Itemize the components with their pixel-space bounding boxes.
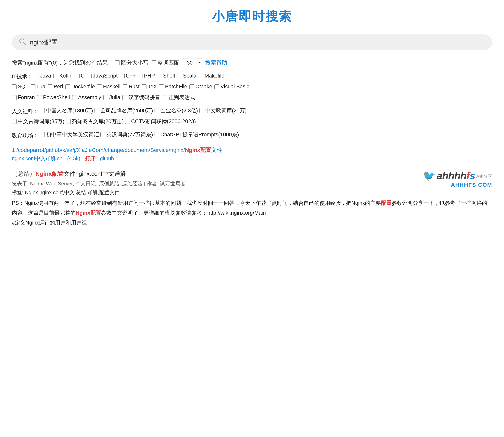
filter-regex[interactable]: 正则表达式 xyxy=(163,92,195,102)
card-body-part3: 参数中文说明了。更详细的模块参数请参考：http://wiki.nginx.or… xyxy=(101,210,266,216)
result1-suffix: 文件 xyxy=(211,147,222,153)
result1-link-block: 1 /codeparrot/github/x/i/a/j/XiaJieCom/c… xyxy=(12,146,492,162)
filter-sql[interactable]: SQL xyxy=(12,82,28,92)
education-section: 教育职场： 初中高中大学英汉词汇 英汉词典(77万词条) ChatGPT提示语P… xyxy=(12,130,492,140)
case-sensitive-checkbox[interactable] xyxy=(115,60,120,65)
filter-makefile[interactable]: Makefile xyxy=(199,71,224,81)
humanities-section-label: 人文社科： xyxy=(12,108,38,114)
whole-word-checkbox[interactable] xyxy=(151,60,156,65)
card-title: （总结）Nginx配置文件nginx.conf中文详解 xyxy=(12,170,492,178)
logo-sub: AHHHFS.COM xyxy=(423,182,492,188)
card-body: PS：Nginx使用有两三年了，现在经常碰到有新用户问一些很基本的问题，我也没时… xyxy=(12,198,492,228)
card-tags: 标签: Nginx,nginx.conf,中文,总结,详解,配置文件 xyxy=(12,189,492,196)
filter-ancient[interactable]: 殆知阁古文库(20万册) xyxy=(66,117,124,127)
card-body-ps: PS：Nginx使用有两三年了，现在经常碰到有新用户问一些很基本的问题，我也没时… xyxy=(12,200,381,206)
card-meta: 发表于: Nginx, Web Server, 个人日记, 原创总结, 运维经验… xyxy=(12,180,492,187)
filter-shell[interactable]: Shell xyxy=(157,71,175,81)
case-sensitive-filter[interactable]: 区分大小写 xyxy=(115,59,149,67)
filter-visualbasic[interactable]: Visual Basic xyxy=(214,82,249,92)
whole-word-filter[interactable]: 整词匹配 xyxy=(151,59,180,67)
card-title-rest: 文件nginx.conf中文详解 xyxy=(64,170,126,177)
filter-php[interactable]: PHP xyxy=(138,71,155,81)
result1-github[interactable]: github xyxy=(100,155,114,161)
filter-vocab[interactable]: 初中高中大学英汉词汇 xyxy=(40,130,99,140)
filter-cpp[interactable]: C++ xyxy=(120,71,136,81)
filter-chatgpt[interactable]: ChatGPT提示语Prompts(1000条) xyxy=(155,130,239,140)
filter-cmake[interactable]: CMake xyxy=(189,82,212,92)
filter-batchfile[interactable]: BatchFile xyxy=(159,82,187,92)
card-body-highlight2: Nginx配置 xyxy=(76,210,101,216)
count-select[interactable]: 30 50 100 xyxy=(183,58,202,67)
filter-lua[interactable]: Lua xyxy=(31,82,45,92)
it-section-label: IT技术： xyxy=(12,74,32,79)
page-title: 小唐即时搜索 xyxy=(12,8,492,25)
filter-haskell[interactable]: Haskell xyxy=(97,82,121,92)
card-body-last: #定义Nginx运行的用户和用户组 xyxy=(12,220,87,226)
filter-songs[interactable]: 中文歌词库(25万) xyxy=(200,106,247,116)
filter-row: 搜索"nginx配置"(0)，为您找到30个结果 区分大小写 整词匹配 30 5… xyxy=(12,58,492,67)
logo-text: ahhhhfs xyxy=(437,170,475,182)
filter-julia[interactable]: Julia xyxy=(103,92,120,102)
filter-kotlin[interactable]: Kotlin xyxy=(53,71,73,81)
filter-scala[interactable]: Scala xyxy=(177,71,196,81)
filter-perl[interactable]: Perl xyxy=(48,82,63,92)
whole-word-label: 整词匹配 xyxy=(158,59,180,67)
filter-dict[interactable]: 英汉词典(77万词条) xyxy=(101,130,153,140)
result1-filesize: (4.5k) xyxy=(67,155,80,161)
svg-line-1 xyxy=(23,42,25,44)
search-icon xyxy=(19,38,26,47)
card-title-highlight: Nginx配置 xyxy=(35,170,64,177)
filter-brands[interactable]: 公司品牌名库(2600万) xyxy=(94,106,153,116)
it-section: IT技术： Java Kotlin C JavaScript C++ PHP S… xyxy=(12,71,492,103)
result1-highlight: Nginx配置 xyxy=(185,147,211,153)
result1-meta: nginx.conf中文详解.sh (4.5k) 打开 github xyxy=(12,155,492,162)
result1-filename: nginx.conf中文详解.sh xyxy=(12,155,62,162)
filter-java[interactable]: Java xyxy=(34,71,51,81)
result-card: 🐦 ahhhhfs A姐分享 AHHHFS.COM （总结）Nginx配置文件n… xyxy=(12,170,492,228)
filter-hanzi[interactable]: 汉字编码拼音 xyxy=(122,92,160,102)
humanities-section: 人文社科： 中国人名库(1300万) 公司品牌名库(2600万) 企业名录(2.… xyxy=(12,106,492,127)
filter-powershell[interactable]: PowerShell xyxy=(37,92,70,102)
filter-fortran[interactable]: Fortran xyxy=(12,92,35,102)
case-sensitive-label: 区分大小写 xyxy=(121,59,149,67)
result1-path: 1 /codeparrot/github/x/i/a/j/XiaJieCom/c… xyxy=(12,147,185,153)
result-count: 搜索"nginx配置"(0)，为您找到30个结果 xyxy=(12,59,108,67)
filter-cctv[interactable]: CCTV新闻联播(2006-2023) xyxy=(125,117,196,127)
filter-rust[interactable]: Rust xyxy=(123,82,140,92)
filter-enterprise[interactable]: 企业名录(2.3亿) xyxy=(155,106,198,116)
result1-open[interactable]: 打开 xyxy=(85,155,95,162)
filter-assembly[interactable]: Assembly xyxy=(72,92,101,102)
result-card-logo: 🐦 ahhhhfs A姐分享 AHHHFS.COM xyxy=(423,170,492,188)
education-section-label: 教育职场： xyxy=(12,132,38,138)
filter-dockerfile[interactable]: Dockerfile xyxy=(65,82,95,92)
search-input-display[interactable]: nginx配置 xyxy=(30,38,485,47)
filter-names[interactable]: 中国人名库(1300万) xyxy=(40,106,93,116)
card-prefix: （总结） xyxy=(12,170,35,177)
result1-link[interactable]: 1 /codeparrot/github/x/i/a/j/XiaJieCom/c… xyxy=(12,147,222,153)
card-body-highlight1: 配置 xyxy=(381,200,392,206)
search-help-link[interactable]: 搜索帮助 xyxy=(205,59,227,67)
search-bar: nginx配置 xyxy=(12,34,492,50)
logo-note: A姐分享 xyxy=(476,173,492,179)
filter-poetry[interactable]: 中文古诗词库(35万) xyxy=(12,117,64,127)
filter-c[interactable]: C xyxy=(75,71,85,81)
filter-tex[interactable]: TeX xyxy=(142,82,157,92)
logo-emoji: 🐦 xyxy=(423,170,435,182)
filter-javascript[interactable]: JavaScript xyxy=(87,71,118,81)
